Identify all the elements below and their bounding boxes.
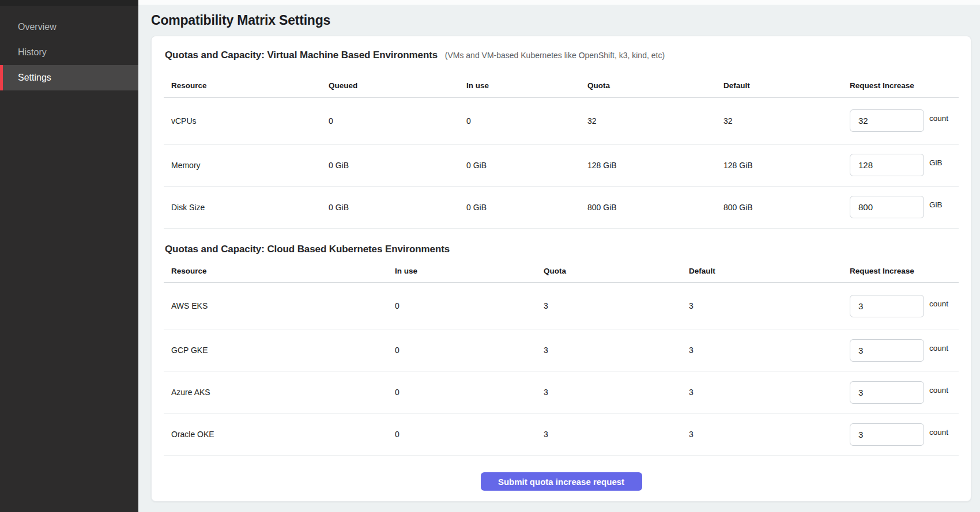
resource-cell: AWS EKS (164, 283, 387, 329)
request-increase-input[interactable] (850, 423, 924, 446)
submit-row: Submit quota increase request (164, 472, 959, 491)
request-increase-cell: count (842, 283, 959, 329)
value-cell: 0 (387, 283, 536, 329)
request-increase-cell: count (842, 97, 959, 144)
vm-quota-table: ResourceQueuedIn useQuotaDefaultRequest … (164, 74, 959, 229)
value-cell: 3 (681, 283, 842, 329)
value-cell: 3 (681, 414, 842, 456)
table-row: vCPUs003232count (164, 97, 959, 144)
table-row: Azure AKS033count (164, 371, 959, 414)
table-row: AWS EKS033count (164, 283, 959, 329)
sidebar: Overview History Settings (0, 0, 138, 512)
value-cell: 32 (716, 97, 842, 144)
value-cell: 0 GiB (321, 144, 459, 186)
header-row: ResourceIn useQuotaDefaultRequest Increa… (164, 260, 959, 283)
sidebar-nav: Overview History Settings (0, 0, 138, 90)
column-header: Request Increase (842, 260, 959, 283)
value-cell: 128 GiB (716, 144, 842, 186)
request-increase-input[interactable] (850, 196, 924, 218)
resource-cell: vCPUs (164, 97, 321, 144)
request-increase-input[interactable] (850, 295, 924, 317)
resource-cell: GCP GKE (164, 329, 387, 371)
value-cell: 0 (387, 414, 536, 456)
column-header: Request Increase (842, 74, 959, 97)
value-cell: 800 GiB (580, 186, 716, 228)
table-row: Memory0 GiB0 GiB128 GiB128 GiBGiB (164, 144, 959, 186)
value-cell: 32 (580, 97, 716, 144)
request-increase-input[interactable] (850, 154, 924, 176)
column-header: Resource (164, 260, 387, 283)
request-increase-cell: count (842, 371, 959, 414)
column-header: Quota (536, 260, 681, 283)
column-header: Default (716, 74, 842, 97)
value-cell: 800 GiB (716, 186, 842, 228)
column-header: In use (387, 260, 536, 283)
value-cell: 3 (536, 414, 681, 456)
column-header: Quota (580, 74, 716, 97)
resource-cell: Azure AKS (164, 371, 387, 414)
value-cell: 0 (321, 97, 459, 144)
main-content: Compatibility Matrix Settings Quotas and… (138, 0, 980, 512)
request-increase-input[interactable] (850, 339, 924, 362)
vm-quotas-section: Quotas and Capacity: Virtual Machine Bas… (164, 48, 959, 229)
page-title: Compatibility Matrix Settings (151, 12, 971, 29)
unit-label: count (929, 386, 948, 395)
unit-label: count (929, 114, 948, 123)
vm-section-subtitle: (VMs and VM-based Kubernetes like OpenSh… (445, 51, 665, 60)
value-cell: 0 (387, 329, 536, 371)
column-header: Resource (164, 74, 321, 97)
request-increase-cell: GiB (842, 144, 959, 186)
request-increase-input[interactable] (850, 381, 924, 404)
header-row: ResourceQueuedIn useQuotaDefaultRequest … (164, 74, 959, 97)
column-header: Queued (321, 74, 459, 97)
unit-label: GiB (929, 158, 943, 167)
sidebar-item-history[interactable]: History (0, 40, 138, 65)
submit-quota-increase-button[interactable]: Submit quota increase request (481, 472, 642, 491)
value-cell: 3 (681, 371, 842, 414)
column-header: Default (681, 260, 842, 283)
value-cell: 3 (681, 329, 842, 371)
value-cell: 128 GiB (580, 144, 716, 186)
request-increase-cell: count (842, 414, 959, 456)
value-cell: 0 (387, 371, 536, 414)
request-increase-input[interactable] (850, 109, 924, 132)
cloud-section-title: Quotas and Capacity: Cloud Based Kuberne… (165, 242, 959, 257)
resource-cell: Oracle OKE (164, 414, 387, 456)
value-cell: 0 GiB (321, 186, 459, 228)
cloud-quotas-section: Quotas and Capacity: Cloud Based Kuberne… (164, 242, 959, 456)
unit-label: GiB (929, 200, 943, 209)
cloud-quota-table: ResourceIn useQuotaDefaultRequest Increa… (164, 260, 959, 456)
value-cell: 0 GiB (459, 186, 580, 228)
vm-section-title: Quotas and Capacity: Virtual Machine Bas… (165, 48, 959, 63)
sidebar-item-overview[interactable]: Overview (0, 14, 138, 40)
cloud-section-title-text: Quotas and Capacity: Cloud Based Kuberne… (165, 244, 450, 255)
request-increase-cell: GiB (842, 186, 959, 228)
unit-label: count (929, 344, 948, 352)
value-cell: 3 (536, 329, 681, 371)
value-cell: 3 (536, 283, 681, 329)
value-cell: 0 GiB (459, 144, 580, 186)
request-increase-cell: count (842, 329, 959, 371)
column-header: In use (459, 74, 580, 97)
table-row: GCP GKE033count (164, 329, 959, 371)
value-cell: 0 (459, 97, 580, 144)
resource-cell: Memory (164, 144, 321, 186)
table-row: Disk Size0 GiB0 GiB800 GiB800 GiBGiB (164, 186, 959, 228)
unit-label: count (929, 299, 948, 308)
resource-cell: Disk Size (164, 186, 321, 228)
value-cell: 3 (536, 371, 681, 414)
quota-settings-card: Quotas and Capacity: Virtual Machine Bas… (151, 36, 971, 502)
table-row: Oracle OKE033count (164, 414, 959, 456)
unit-label: count (929, 428, 948, 437)
sidebar-item-settings[interactable]: Settings (0, 65, 138, 90)
app-window: Overview History Settings Compatibility … (0, 0, 980, 512)
vm-section-title-text: Quotas and Capacity: Virtual Machine Bas… (165, 50, 438, 60)
sidebar-top-strip (0, 0, 138, 6)
